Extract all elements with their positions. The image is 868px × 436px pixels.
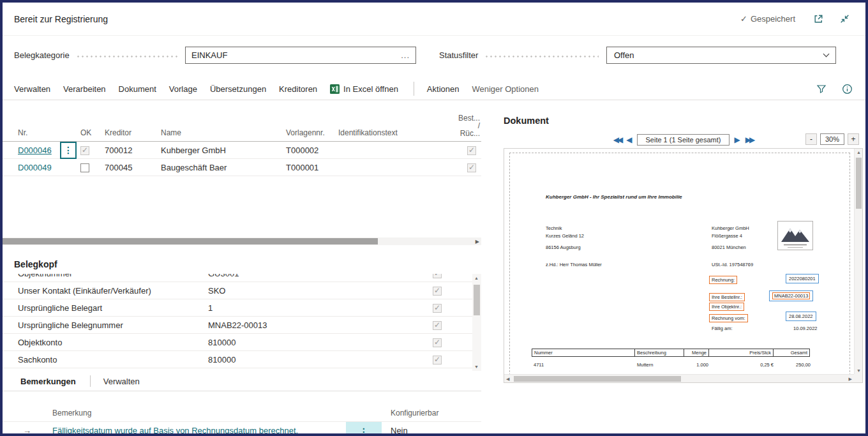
invoice-headline: Kuhberger GmbH - Ihr Spezialist rund um … [546, 194, 682, 200]
document-link[interactable]: D000046 [18, 146, 52, 155]
belegkategorie-input[interactable]: EINKAUF ... [185, 47, 416, 64]
row-checkbox [433, 287, 442, 296]
belegkopf-table: Objektnummer GU3001 Unser Kontakt (Einkä… [3, 274, 472, 371]
column-header-konfigurierbar[interactable]: Konfigurierbar [391, 409, 438, 417]
attention-line: z.Hd.: Herr Thomas Müller [546, 262, 602, 267]
column-header-nr[interactable]: Nr. [3, 128, 60, 141]
field-label-rechnung-vom[interactable]: Rechnung vom: [709, 314, 748, 322]
horizontal-scrollbar [3, 237, 481, 245]
belegkopf-row: Objektnummer GU3001 [3, 274, 472, 282]
field-label-objektnr[interactable]: Ihre Objektnr.: [709, 303, 744, 311]
scroll-up-arrow-icon[interactable] [474, 276, 479, 280]
bemerkungen-table-header: Bemerkung Konfigurierbar [3, 407, 481, 421]
row-context-menu-button[interactable] [60, 142, 77, 159]
column-header-best-ruec[interactable]: Best... / Rüc... [457, 114, 481, 141]
bemerkung-row[interactable]: Fälligkeitsdatum wurde auf Basis von Rec… [3, 421, 481, 436]
document-preview-panel: Dokument Seite 1 (1 Seite gesamt) - 30% … [491, 105, 865, 405]
menu-dokument[interactable]: Dokument [119, 84, 156, 94]
filter-funnel-icon[interactable] [816, 84, 827, 94]
menu-verarbeiten[interactable]: Verarbeiten [63, 84, 106, 94]
dotted-leader [486, 56, 599, 57]
invoice-page: Kuhberger GmbH - Ihr Spezialist rund um … [509, 153, 850, 375]
bemerkung-link[interactable]: Fälligkeitsdatum wurde auf Basis von Rec… [52, 426, 298, 435]
documents-table-header: Nr. OK Kreditor Name Vorlagennr. Identif… [3, 100, 481, 142]
cell-kreditor: 700012 [101, 146, 157, 155]
tab-bemerkungen[interactable]: Bemerkungen [20, 377, 76, 386]
table-row-1[interactable]: D000046 700012 Kuhberger GmbH T000002 [3, 142, 481, 159]
vertical-scrollbar [472, 274, 481, 371]
scroll-down-arrow-icon[interactable] [474, 365, 479, 369]
scrollbar-thumb[interactable] [856, 158, 862, 209]
cell-vorlagennr: T000002 [282, 146, 334, 155]
scrollbar-thumb[interactable] [514, 376, 681, 382]
open-in-new-window-icon[interactable] [813, 13, 824, 24]
next-page-button[interactable] [735, 136, 740, 144]
assist-edit-button[interactable]: ... [401, 50, 410, 60]
table-row-2[interactable]: D000049 700045 Baugeschäft Baer T000001 [3, 159, 481, 176]
field-label-bestellnr[interactable]: Ihre Bestellnr.: [709, 293, 745, 301]
previous-page-button[interactable] [626, 136, 632, 144]
column-header-name[interactable]: Name [157, 128, 282, 141]
vat-line: USt.-Id. 197548769 [712, 262, 753, 267]
zoom-level: 30% [820, 133, 844, 145]
menu-vorlage[interactable]: Vorlage [169, 84, 197, 94]
last-page-button[interactable] [745, 136, 753, 144]
scroll-left-arrow-icon[interactable] [506, 377, 509, 382]
field-value-rechnung[interactable]: 2022080201 [786, 274, 819, 283]
menu-kreditoren[interactable]: Kreditoren [279, 84, 317, 94]
row-checkbox [433, 338, 442, 347]
info-icon[interactable] [842, 84, 853, 94]
field-value-rechnung-vom[interactable]: 28.08.2022 [786, 312, 816, 321]
scroll-up-arrow-icon[interactable] [857, 150, 861, 154]
open-in-excel-button[interactable]: In Excel öffnen [330, 84, 398, 94]
bemerkungen-verwalten[interactable]: Verwalten [103, 377, 140, 386]
column-header-vorlagennr[interactable]: Vorlagennr. [282, 128, 334, 141]
row-checkbox [433, 274, 442, 278]
current-row-arrow-icon [23, 426, 31, 435]
scroll-down-arrow-icon[interactable] [857, 368, 861, 373]
document-link[interactable]: D000049 [18, 163, 52, 172]
collapse-window-icon[interactable] [839, 13, 850, 24]
column-header-menu [60, 137, 77, 141]
recipient-line: Kurzes Geländ 12 [546, 233, 584, 239]
row-context-menu-button[interactable] [346, 422, 382, 436]
column-header-kreditor[interactable]: Kreditor [101, 128, 157, 141]
menu-uebersetzungen[interactable]: Übersetzungen [210, 84, 266, 94]
column-header-identifikationstext[interactable]: Identifikationstext [334, 128, 457, 141]
check-icon [740, 14, 747, 24]
document-panel-title: Dokument [504, 116, 549, 126]
company-logo-image [777, 221, 813, 250]
belegkopf-title: Belegkopf [14, 259, 57, 269]
first-page-button[interactable] [613, 136, 621, 144]
documents-list-pane: Nr. OK Kreditor Name Vorlagennr. Identif… [3, 100, 481, 433]
menubar-divider [414, 82, 414, 96]
menu-aktionen[interactable]: Aktionen [427, 84, 460, 94]
statusfilter-value: Offen [614, 50, 824, 60]
field-value-bestellnr[interactable]: MNAB22-00013 [769, 290, 813, 301]
scrollbar-thumb[interactable] [3, 238, 378, 244]
menu-verwalten[interactable]: Verwalten [14, 84, 50, 94]
cell-kreditor: 700045 [101, 163, 157, 172]
scrollbar-thumb[interactable] [474, 285, 480, 315]
top-bar: Bereit zur Registrierung Gespeichert [3, 3, 865, 36]
field-label-rechnung[interactable]: Rechnung: [709, 276, 737, 284]
zoom-in-button[interactable]: + [848, 133, 859, 145]
statusfilter-select[interactable]: Offen [606, 47, 836, 64]
dotted-leader [77, 56, 177, 57]
invoice-table-header: Nummer Beschreibung Menge Preis/Stck Ges… [532, 349, 812, 357]
menubar-right-icons [816, 84, 853, 94]
konfigurierbar-value: Nein [391, 426, 408, 435]
preview-vertical-scrollbar [854, 149, 862, 374]
chevron-down-icon [823, 50, 830, 57]
zoom-out-button[interactable]: - [805, 133, 817, 145]
invoice-items-table: Nummer Beschreibung Menge Preis/Stck Ges… [532, 349, 812, 368]
column-header-bemerkung[interactable]: Bemerkung [52, 409, 91, 417]
cell-name: Baugeschäft Baer [157, 163, 282, 172]
ok-checkbox[interactable] [80, 163, 89, 172]
column-header-ok[interactable]: OK [77, 128, 101, 141]
scroll-right-arrow-icon[interactable] [475, 239, 479, 244]
menu-weniger-optionen[interactable]: Weniger Optionen [472, 84, 539, 94]
statusfilter-label: Statusfilter [439, 50, 478, 60]
scroll-right-arrow-icon[interactable] [849, 377, 852, 382]
row-checkbox [433, 356, 442, 365]
